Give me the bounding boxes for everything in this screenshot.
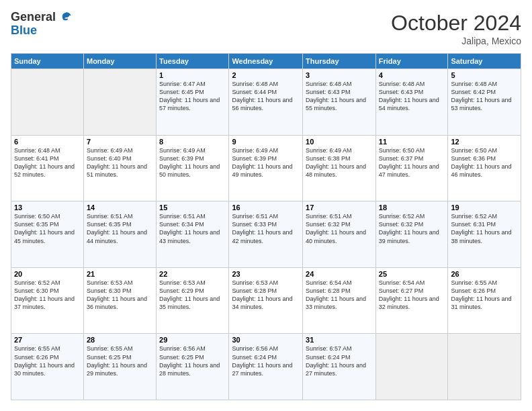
weekday-wednesday: Wednesday <box>229 54 303 69</box>
day-number: 26 <box>451 270 518 278</box>
day-number: 4 <box>379 71 445 79</box>
page: General Blue October 2024 Jalipa, Mexico… <box>0 0 532 411</box>
day-number: 2 <box>232 71 300 79</box>
month-title: October 2024 <box>391 11 521 36</box>
weekday-monday: Monday <box>83 54 156 69</box>
day-info: Sunrise: 6:50 AMSunset: 6:35 PMDaylight:… <box>14 213 75 244</box>
day-cell: 4Sunrise: 6:48 AMSunset: 6:43 PMDaylight… <box>375 69 448 136</box>
day-cell: 31Sunrise: 6:57 AMSunset: 6:24 PMDayligh… <box>303 334 376 400</box>
day-cell <box>11 69 84 136</box>
day-cell: 14Sunrise: 6:51 AMSunset: 6:35 PMDayligh… <box>83 201 156 268</box>
day-cell: 9Sunrise: 6:49 AMSunset: 6:39 PMDaylight… <box>229 135 303 201</box>
logo-bird-icon <box>60 11 73 23</box>
day-info: Sunrise: 6:51 AMSunset: 6:34 PMDaylight:… <box>159 213 220 244</box>
day-info: Sunrise: 6:50 AMSunset: 6:36 PMDaylight:… <box>451 147 511 178</box>
day-info: Sunrise: 6:48 AMSunset: 6:43 PMDaylight:… <box>306 81 366 111</box>
day-cell: 17Sunrise: 6:51 AMSunset: 6:32 PMDayligh… <box>303 201 376 268</box>
day-cell: 22Sunrise: 6:53 AMSunset: 6:29 PMDayligh… <box>157 267 229 334</box>
logo-text: General Blue <box>11 11 73 38</box>
header: General Blue October 2024 Jalipa, Mexico <box>11 11 521 46</box>
day-number: 28 <box>87 336 153 344</box>
day-number: 21 <box>87 270 153 278</box>
day-cell: 25Sunrise: 6:54 AMSunset: 6:27 PMDayligh… <box>375 267 448 334</box>
day-cell: 6Sunrise: 6:48 AMSunset: 6:41 PMDaylight… <box>11 135 84 201</box>
week-row-3: 20Sunrise: 6:52 AMSunset: 6:30 PMDayligh… <box>11 267 521 334</box>
day-info: Sunrise: 6:48 AMSunset: 6:41 PMDaylight:… <box>14 147 75 178</box>
day-number: 7 <box>87 138 153 146</box>
day-cell: 16Sunrise: 6:51 AMSunset: 6:33 PMDayligh… <box>229 201 303 268</box>
day-info: Sunrise: 6:51 AMSunset: 6:33 PMDaylight:… <box>232 213 292 244</box>
day-info: Sunrise: 6:48 AMSunset: 6:42 PMDaylight:… <box>451 81 511 111</box>
day-info: Sunrise: 6:53 AMSunset: 6:30 PMDaylight:… <box>87 279 147 310</box>
day-cell: 19Sunrise: 6:52 AMSunset: 6:31 PMDayligh… <box>448 201 521 268</box>
day-number: 1 <box>159 71 226 79</box>
day-cell: 1Sunrise: 6:47 AMSunset: 6:45 PMDaylight… <box>157 69 229 136</box>
day-info: Sunrise: 6:55 AMSunset: 6:26 PMDaylight:… <box>14 345 75 376</box>
day-info: Sunrise: 6:52 AMSunset: 6:30 PMDaylight:… <box>14 279 75 310</box>
day-number: 3 <box>306 71 373 79</box>
weekday-tuesday: Tuesday <box>157 54 229 69</box>
day-info: Sunrise: 6:49 AMSunset: 6:40 PMDaylight:… <box>87 147 147 178</box>
day-info: Sunrise: 6:50 AMSunset: 6:37 PMDaylight:… <box>379 147 439 178</box>
day-number: 14 <box>87 203 153 212</box>
day-number: 29 <box>159 336 226 344</box>
day-info: Sunrise: 6:55 AMSunset: 6:26 PMDaylight:… <box>451 279 511 310</box>
day-number: 9 <box>232 138 300 146</box>
day-info: Sunrise: 6:49 AMSunset: 6:38 PMDaylight:… <box>306 147 366 178</box>
day-info: Sunrise: 6:53 AMSunset: 6:29 PMDaylight:… <box>159 279 220 310</box>
title-block: October 2024 Jalipa, Mexico <box>391 11 521 46</box>
week-row-2: 13Sunrise: 6:50 AMSunset: 6:35 PMDayligh… <box>11 201 521 268</box>
day-number: 5 <box>451 71 518 79</box>
day-number: 22 <box>159 270 226 278</box>
day-info: Sunrise: 6:56 AMSunset: 6:25 PMDaylight:… <box>159 345 220 376</box>
day-cell: 27Sunrise: 6:55 AMSunset: 6:26 PMDayligh… <box>11 334 84 400</box>
day-number: 15 <box>159 203 226 212</box>
day-cell: 26Sunrise: 6:55 AMSunset: 6:26 PMDayligh… <box>448 267 521 334</box>
weekday-thursday: Thursday <box>303 54 376 69</box>
day-number: 30 <box>232 336 300 344</box>
day-cell <box>448 334 521 400</box>
day-number: 8 <box>159 138 226 146</box>
day-cell: 7Sunrise: 6:49 AMSunset: 6:40 PMDaylight… <box>83 135 156 201</box>
day-info: Sunrise: 6:49 AMSunset: 6:39 PMDaylight:… <box>232 147 292 178</box>
day-cell: 20Sunrise: 6:52 AMSunset: 6:30 PMDayligh… <box>11 267 84 334</box>
day-number: 19 <box>451 203 518 212</box>
weekday-saturday: Saturday <box>448 54 521 69</box>
weekday-friday: Friday <box>375 54 448 69</box>
day-cell <box>375 334 448 400</box>
calendar-table: SundayMondayTuesdayWednesdayThursdayFrid… <box>11 53 521 400</box>
day-number: 25 <box>379 270 445 278</box>
day-info: Sunrise: 6:49 AMSunset: 6:39 PMDaylight:… <box>159 147 220 178</box>
week-row-4: 27Sunrise: 6:55 AMSunset: 6:26 PMDayligh… <box>11 334 521 400</box>
day-info: Sunrise: 6:55 AMSunset: 6:25 PMDaylight:… <box>87 345 147 376</box>
day-cell: 29Sunrise: 6:56 AMSunset: 6:25 PMDayligh… <box>157 334 229 400</box>
week-row-1: 6Sunrise: 6:48 AMSunset: 6:41 PMDaylight… <box>11 135 521 201</box>
logo-blue: Blue <box>11 24 73 38</box>
day-cell: 12Sunrise: 6:50 AMSunset: 6:36 PMDayligh… <box>448 135 521 201</box>
day-number: 17 <box>306 203 373 212</box>
day-number: 23 <box>232 270 300 278</box>
day-number: 13 <box>14 203 81 212</box>
day-number: 10 <box>306 138 373 146</box>
day-cell: 8Sunrise: 6:49 AMSunset: 6:39 PMDaylight… <box>157 135 229 201</box>
logo: General Blue <box>11 11 73 38</box>
day-cell: 24Sunrise: 6:54 AMSunset: 6:28 PMDayligh… <box>303 267 376 334</box>
day-info: Sunrise: 6:48 AMSunset: 6:44 PMDaylight:… <box>232 81 292 111</box>
day-cell: 2Sunrise: 6:48 AMSunset: 6:44 PMDaylight… <box>229 69 303 136</box>
day-cell: 11Sunrise: 6:50 AMSunset: 6:37 PMDayligh… <box>375 135 448 201</box>
day-cell: 10Sunrise: 6:49 AMSunset: 6:38 PMDayligh… <box>303 135 376 201</box>
day-number: 16 <box>232 203 300 212</box>
day-number: 11 <box>379 138 445 146</box>
day-number: 20 <box>14 270 81 278</box>
day-number: 24 <box>306 270 373 278</box>
day-number: 12 <box>451 138 518 146</box>
day-cell: 28Sunrise: 6:55 AMSunset: 6:25 PMDayligh… <box>83 334 156 400</box>
day-info: Sunrise: 6:51 AMSunset: 6:32 PMDaylight:… <box>306 213 366 244</box>
day-number: 27 <box>14 336 81 344</box>
day-number: 18 <box>379 203 445 212</box>
day-cell: 13Sunrise: 6:50 AMSunset: 6:35 PMDayligh… <box>11 201 84 268</box>
location: Jalipa, Mexico <box>391 36 521 46</box>
logo-general: General <box>11 11 73 24</box>
day-info: Sunrise: 6:48 AMSunset: 6:43 PMDaylight:… <box>379 81 439 111</box>
weekday-sunday: Sunday <box>11 54 84 69</box>
